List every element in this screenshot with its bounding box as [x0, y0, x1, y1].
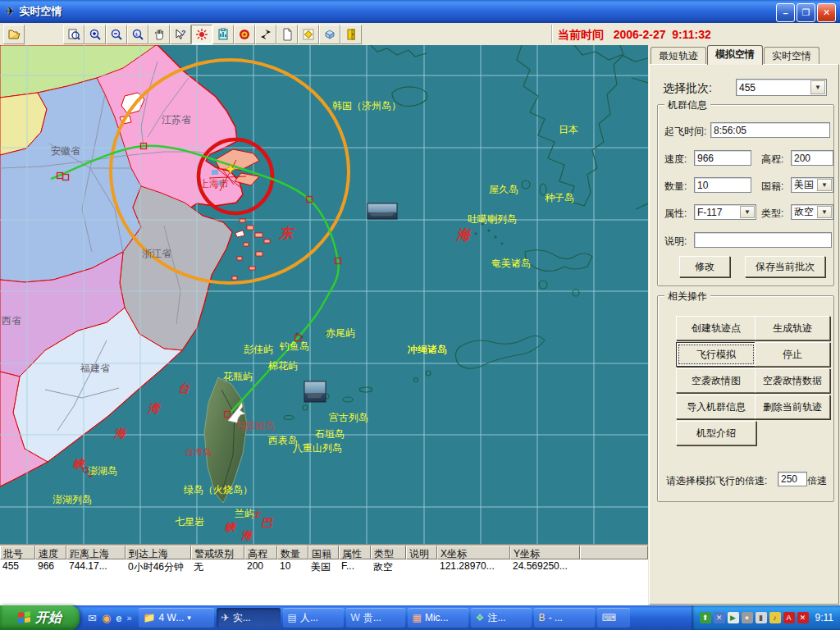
- context-help-button[interactable]: ?: [170, 25, 191, 44]
- col-header[interactable]: 类型: [371, 546, 406, 559]
- maximize-button[interactable]: ❐: [797, 3, 815, 22]
- internet-explorer-icon[interactable]: e: [116, 612, 121, 624]
- ops-button-5[interactable]: 空袭敌情图: [676, 368, 756, 393]
- col-header[interactable]: [580, 546, 648, 559]
- media-task-icon[interactable]: ▶: [728, 612, 739, 623]
- task-button-2[interactable]: ✈实...: [217, 608, 281, 628]
- col-header[interactable]: 速度: [35, 546, 66, 559]
- minimize-button[interactable]: –: [776, 3, 795, 22]
- quicklaunch-overflow-chevron[interactable]: »: [126, 613, 131, 623]
- col-header[interactable]: 属性: [339, 546, 371, 559]
- diamond-layer-button[interactable]: [298, 25, 319, 44]
- group-fleet-info: 机群信息 起飞时间: 8:56:05 速度: 966 高程: 200 数量: 1…: [657, 104, 834, 286]
- col-header[interactable]: 到达上海: [126, 546, 191, 559]
- network-disconnected-icon[interactable]: ✕: [714, 612, 725, 623]
- task-button-1[interactable]: 📁4 W...▾: [139, 608, 214, 628]
- note-input[interactable]: [694, 232, 832, 248]
- map-label: 奄美诸岛: [491, 258, 531, 269]
- ops-button-9[interactable]: 机型介绍: [676, 421, 756, 445]
- col-header[interactable]: 距离上海: [66, 546, 126, 559]
- pan-hand-button[interactable]: [148, 25, 170, 44]
- mail-icon[interactable]: ✉: [88, 612, 97, 624]
- ops-button-3[interactable]: 飞行模拟: [676, 342, 756, 367]
- swap-arrows-button[interactable]: [255, 25, 276, 44]
- task-button-6[interactable]: ❖注...: [471, 608, 532, 628]
- ship-photo[interactable]: [368, 203, 397, 219]
- col-header[interactable]: 国籍: [308, 546, 339, 559]
- exit-door-button[interactable]: [340, 25, 362, 44]
- tab-3[interactable]: 实时空情: [764, 47, 819, 64]
- map-label: 棉花屿: [267, 360, 298, 372]
- cd-icon[interactable]: ●: [742, 612, 753, 623]
- zoom-out-button[interactable]: [106, 25, 127, 44]
- group-ops-legend: 相关操作: [664, 290, 710, 304]
- altitude-input[interactable]: 200: [791, 150, 833, 166]
- task-button-4[interactable]: W贵...: [346, 608, 405, 628]
- media-player-icon[interactable]: ◉: [102, 612, 111, 624]
- col-header[interactable]: X坐标: [437, 546, 510, 559]
- ati-icon[interactable]: A: [783, 612, 795, 623]
- task-button-5[interactable]: ▦Mic...: [408, 608, 468, 628]
- task-button-7[interactable]: B- ...: [534, 608, 595, 628]
- task-button-8[interactable]: ⌨: [597, 608, 630, 628]
- task-button-3[interactable]: ▤人...: [283, 608, 344, 628]
- count-input[interactable]: 10: [694, 177, 751, 193]
- start-button[interactable]: 开始: [0, 605, 80, 630]
- save-batch-button[interactable]: 保存当前批次: [745, 256, 825, 277]
- cell: F...: [339, 559, 371, 573]
- col-header[interactable]: 警戒级别: [191, 546, 244, 559]
- chevron-down-icon[interactable]: ▼: [817, 206, 832, 218]
- col-header[interactable]: 数量: [277, 546, 308, 559]
- security-alert-icon[interactable]: ✕: [797, 612, 809, 623]
- zoom-in-button[interactable]: [84, 25, 106, 44]
- open-file-button[interactable]: [3, 25, 25, 44]
- chevron-down-icon[interactable]: ▼: [817, 179, 832, 191]
- print-preview-button[interactable]: [63, 25, 84, 44]
- update-icon[interactable]: ⬆: [700, 612, 711, 623]
- tab-1[interactable]: 最短轨迹: [651, 47, 706, 64]
- batch-combobox[interactable]: 455 ▼: [736, 79, 827, 96]
- modify-button[interactable]: 修改: [679, 256, 730, 277]
- chevron-down-icon[interactable]: ▾: [187, 614, 191, 622]
- situation-map[interactable]: 韩国（济州岛）日本屋久岛种子岛吐噶喇列岛奄美诸岛冲绳诸岛赤尾屿彭佳屿钓鱼岛棉花屿…: [0, 45, 648, 544]
- batch-label: 选择批次:: [663, 81, 712, 96]
- col-header[interactable]: 高程: [244, 546, 277, 559]
- ops-button-4[interactable]: 停止: [755, 342, 830, 367]
- ops-button-8[interactable]: 删除当前轨迹: [755, 395, 830, 419]
- ops-button-7[interactable]: 导入机群信息: [676, 395, 756, 419]
- start-label: 开始: [35, 609, 62, 627]
- map-label: 台湾岛: [185, 447, 212, 457]
- map-label: 海: [240, 529, 253, 541]
- map-area[interactable]: 韩国（济州岛）日本屋久岛种子岛吐噶喇列岛奄美诸岛冲绳诸岛赤尾屿彭佳屿钓鱼岛棉花屿…: [0, 45, 650, 544]
- col-header[interactable]: Y坐标: [510, 546, 580, 559]
- nation-combobox[interactable]: 美国▼: [791, 177, 833, 193]
- table-row[interactable]: 455966744.17...0小时46分钟无20010美国F...敌空121.…: [0, 559, 648, 573]
- zoom-extent-button[interactable]: ±: [127, 25, 148, 44]
- close-button[interactable]: ✕: [817, 3, 836, 22]
- sun-alert-button[interactable]: [191, 25, 212, 44]
- sim-speed-input[interactable]: 250: [778, 472, 807, 486]
- ops-button-2[interactable]: 生成轨迹: [755, 316, 830, 340]
- chevron-down-icon[interactable]: ▼: [810, 80, 825, 94]
- task-label: 贵...: [363, 611, 381, 625]
- report-chart-button[interactable]: [212, 25, 234, 44]
- attr-combobox[interactable]: F-117▼: [694, 204, 756, 220]
- layer-box-button[interactable]: [319, 25, 340, 44]
- volume-icon[interactable]: ♪: [769, 612, 781, 623]
- ship-photo[interactable]: [304, 381, 326, 402]
- battery-icon[interactable]: ▮: [756, 612, 767, 623]
- takeoff-input[interactable]: 8:56:05: [710, 122, 830, 138]
- alarm-target-button[interactable]: [234, 25, 255, 44]
- tab-2[interactable]: 模拟空情: [707, 45, 763, 65]
- sim-speed-label: 请选择模拟飞行的倍速:: [666, 474, 767, 488]
- map-label: 种子岛: [545, 192, 574, 203]
- type-combobox[interactable]: 敌空▼: [791, 204, 833, 220]
- col-header[interactable]: 说明: [406, 546, 437, 559]
- col-header[interactable]: 批号: [0, 546, 35, 559]
- ops-button-1[interactable]: 创建轨迹点: [676, 316, 756, 340]
- new-document-button[interactable]: [276, 25, 298, 44]
- speed-input[interactable]: 966: [694, 150, 751, 166]
- ops-button-6[interactable]: 空袭敌情数据: [755, 368, 830, 393]
- chevron-down-icon[interactable]: ▼: [740, 206, 755, 218]
- current-time-display: 当前时间 2006-2-27 9:11:32: [558, 28, 711, 43]
